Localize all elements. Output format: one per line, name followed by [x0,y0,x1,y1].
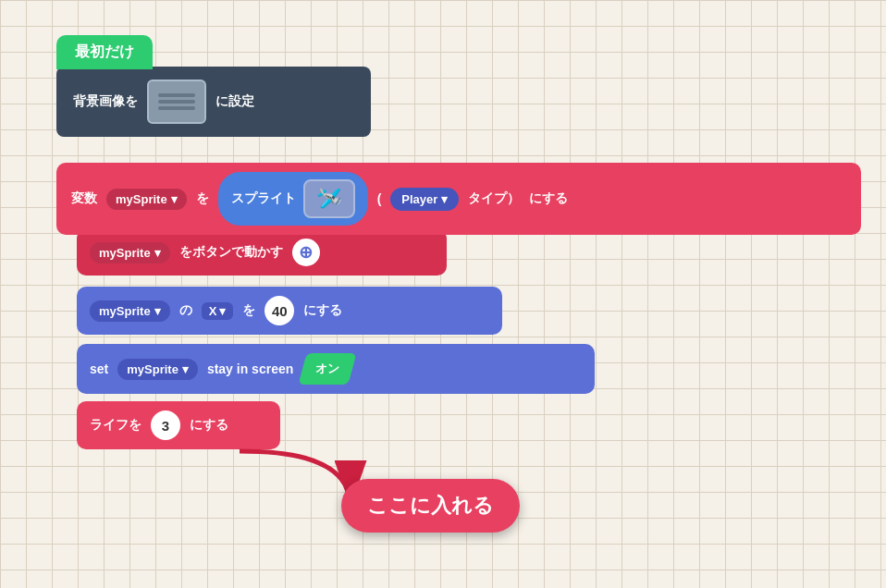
thumb-line1 [158,93,195,97]
mysprite-chip-2[interactable]: mySprite ▾ [90,242,170,263]
x-block-wo: を [242,302,255,319]
mysprite-chip-1-arrow: ▾ [171,192,178,206]
mysprite-chip-2-label: mySprite [99,246,151,260]
sprite-block-middle: を [196,190,209,207]
mysprite-chip-4-label: mySprite [127,362,178,376]
bg-block-suffix: に設定 [215,93,254,110]
on-toggle[interactable]: オン [299,353,357,385]
mysprite-chip-4[interactable]: mySprite ▾ [117,359,198,380]
stay-block-prefix: set [90,361,108,376]
on-label: オン [315,361,339,377]
stay-block-text: stay in screen [207,361,293,376]
header-block: 最初だけ [56,35,153,69]
x-value: 40 [272,303,288,319]
main-container: 最初だけ 背景画像を に設定 変数 mySprite ▾ を スプライト 🛩️ … [27,26,859,562]
sprite-block: 変数 mySprite ▾ を スプライト 🛩️ ( Player ▾ タイプ）… [56,163,861,235]
mysprite-chip-1-label: mySprite [116,192,167,206]
x-var-label: X [209,304,217,318]
sprite-label-block[interactable]: スプライト 🛩️ [218,172,368,226]
sprite-label-text: スプライト [231,190,296,207]
x-var-arrow: ▾ [219,304,226,318]
mysprite-chip-3[interactable]: mySprite ▾ [90,300,170,322]
mysprite-chip-4-arrow: ▾ [182,362,189,376]
bg-block: 背景画像を に設定 [56,67,371,137]
tooltip-bubble: ここに入れる [341,479,520,533]
life-value-circle[interactable]: 3 [151,410,180,440]
mysprite-chip-2-arrow: ▾ [154,246,161,260]
plane-icon: 🛩️ [316,187,341,211]
button-block: mySprite ▾ をボタンで動かす ⊕ [77,229,447,276]
mysprite-chip-1[interactable]: mySprite ▾ [106,189,187,210]
life-value: 3 [162,418,169,434]
thumb-line2 [158,100,195,104]
x-var-chip[interactable]: X ▾ [202,302,234,320]
sprite-block-paren-open: ( [377,191,382,206]
mysprite-chip-3-label: mySprite [99,304,151,318]
tooltip-text: ここに入れる [367,494,494,517]
bg-block-prefix: 背景画像を [73,93,138,110]
player-chip-label: Player [401,192,437,206]
header-label: 最初だけ [75,43,134,59]
button-block-suffix: をボタンで動かす [179,244,283,261]
x-block-suffix: にする [303,302,342,319]
plus-icon: ⊕ [299,242,313,263]
sprite-block-suffix: にする [529,190,568,207]
x-value-circle[interactable]: 40 [265,296,294,325]
plus-circle-btn[interactable]: ⊕ [292,239,320,266]
mysprite-chip-3-arrow: ▾ [154,304,161,318]
x-block: mySprite ▾ の X ▾ を 40 にする [77,287,502,335]
life-block-suffix: にする [190,417,228,434]
bg-image-thumb[interactable] [147,80,206,124]
sprite-block-prefix: 変数 [71,190,97,207]
thumb-line3 [158,106,195,110]
life-block-prefix: ライフを [90,417,142,434]
stay-block: set mySprite ▾ stay in screen オン [77,344,595,394]
sprite-icon-box[interactable]: 🛩️ [303,179,355,218]
sprite-block-type: タイプ） [468,190,520,207]
x-block-no: の [179,302,192,319]
player-chip-arrow: ▾ [441,192,448,206]
player-chip[interactable]: Player ▾ [390,188,459,211]
